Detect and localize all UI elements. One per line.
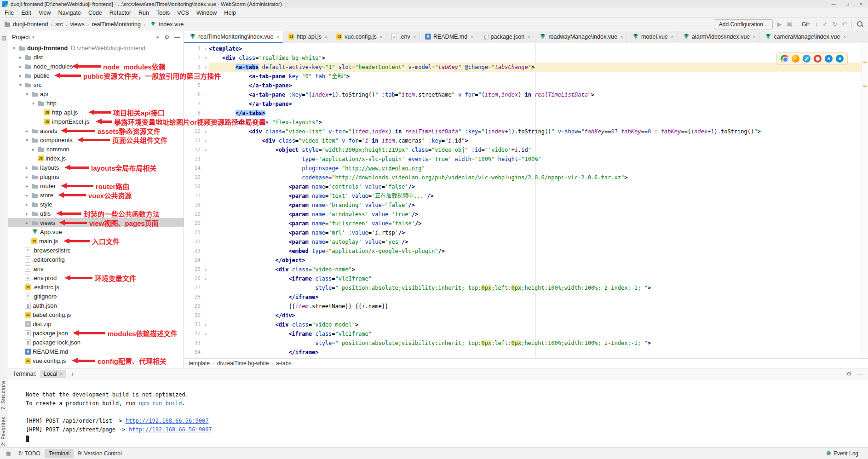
minimize-button[interactable]: —	[827, 0, 840, 8]
expand-icon[interactable]: ▸	[24, 128, 30, 133]
tree-item-package-json[interactable]: {}package.json	[8, 328, 184, 338]
expand-icon[interactable]: ▾	[17, 82, 23, 87]
breadcrumb-a-tabs[interactable]: a-tabs	[276, 360, 291, 367]
editor-tab-model-vue[interactable]: model.vue×	[627, 31, 678, 43]
breadcrumb-div-realtime-bg-white[interactable]: div.realTime.bg-white	[217, 360, 269, 367]
editor-tab-cameramanage-index-vue[interactable]: cameraManage\index.vue×	[760, 31, 850, 43]
menu-vcs[interactable]: VCS	[173, 9, 193, 17]
project-tool-icon[interactable]: ▤	[1, 35, 6, 41]
expand-icon[interactable]: ▸	[17, 64, 23, 69]
new-terminal-button[interactable]: +	[71, 370, 75, 378]
editor-tab-http-api-js[interactable]: JShttp-api.js×	[283, 31, 331, 43]
gear-icon[interactable]: ⚙	[846, 371, 851, 377]
expand-icon[interactable]: ▸	[24, 202, 30, 207]
tree-item-index-js[interactable]: JSindex.js	[8, 154, 184, 163]
terminal-link[interactable]: http://192.168.66.56:9007	[129, 426, 212, 433]
tree-item-plugins[interactable]: ▸plugins	[8, 172, 184, 181]
tool-windows-icon[interactable]: ▦	[2, 450, 14, 457]
edge-icon[interactable]: e	[836, 55, 844, 63]
tree-item-app-vue[interactable]: App.vue	[8, 227, 184, 236]
tree-item-importexcel-js[interactable]: JSimportExcel.js	[8, 117, 184, 126]
hide-panel-icon[interactable]: —	[174, 34, 180, 40]
git-revert-icon[interactable]: ↶	[842, 21, 847, 27]
fold-icon[interactable]: ∨	[202, 145, 209, 155]
editor-tab-vue-config-js[interactable]: JSvue.config.js×	[331, 31, 386, 43]
expand-icon[interactable]: ▾	[24, 92, 30, 97]
search-icon[interactable]	[857, 21, 863, 28]
editor-tab-realtimemonitoring-index-vue[interactable]: realTimeMonitoring\index.vue×	[184, 31, 283, 43]
tree-item-http-api-js[interactable]: JShttp-api.js	[8, 108, 184, 117]
expand-icon[interactable]: ▸	[30, 147, 36, 152]
menu-navigate[interactable]: Navigate	[55, 9, 85, 17]
menu-view[interactable]: View	[35, 9, 55, 17]
fold-icon[interactable]: ∨	[202, 320, 209, 329]
editor-tab-readme-md[interactable]: MREADME.md×	[420, 31, 477, 43]
menu-file[interactable]: File	[1, 9, 17, 17]
gear-icon[interactable]: ⚙	[164, 34, 169, 40]
tree-item-layouts[interactable]: ▸layouts	[8, 163, 184, 172]
fold-icon[interactable]: ∨	[202, 136, 209, 145]
fold-icon[interactable]: ∨	[202, 118, 209, 127]
status-item-terminal[interactable]: Terminal	[45, 449, 74, 458]
tool-button-7-structure[interactable]: 7: Structure	[0, 381, 6, 410]
editor-scrollbar[interactable]	[862, 43, 868, 358]
tree-item-duoji-frontend[interactable]: ▾duoji-frontendD:\zheheWeb\duoji-fronten…	[8, 43, 184, 52]
close-icon[interactable]: ×	[414, 34, 416, 39]
tree-item-public[interactable]: ▸public	[8, 71, 184, 80]
tree-item-components[interactable]: ▾components	[8, 135, 184, 144]
close-icon[interactable]: ×	[60, 372, 63, 376]
tree-item-env[interactable]: ≡.env	[8, 264, 184, 273]
menu-tools[interactable]: Tools	[153, 9, 173, 17]
tree-item-src[interactable]: ▾src	[8, 80, 184, 89]
expand-icon[interactable]: ▾	[30, 101, 36, 106]
expand-icon[interactable]: ▾	[24, 138, 30, 143]
expand-icon[interactable]: ▸	[17, 55, 23, 60]
tree-item-utils[interactable]: ▸utils	[8, 209, 184, 218]
locate-file-icon[interactable]: ⌖	[156, 34, 159, 40]
close-icon[interactable]: ×	[325, 34, 327, 39]
close-button[interactable]: ×	[854, 0, 868, 8]
git-update-icon[interactable]: ↓	[815, 21, 818, 27]
status-item-6-todo[interactable]: 6: TODO	[14, 449, 45, 458]
terminal-tab-local[interactable]: Local ×	[40, 370, 66, 378]
hide-panel-icon[interactable]: —	[857, 371, 862, 377]
fold-icon[interactable]: ∨	[202, 274, 209, 283]
tool-button-2-favorites[interactable]: 2: Favorites	[0, 417, 6, 446]
fold-icon[interactable]: ∨	[202, 265, 209, 274]
tree-item-dist[interactable]: ▸dist	[8, 52, 184, 62]
breadcrumb-item-src[interactable]: src	[55, 21, 63, 28]
expand-icon[interactable]: ▾	[11, 46, 17, 51]
tree-item-style[interactable]: ▸style	[8, 200, 184, 209]
menu-refactor[interactable]: Refactor	[106, 9, 135, 17]
tree-item-assets[interactable]: ▸assets	[8, 126, 184, 135]
tree-item-babel-config-js[interactable]: JSbabel.config.js	[8, 310, 184, 319]
tree-item-eslintrc-js[interactable]: JS.eslintrc.js	[8, 282, 184, 292]
expand-icon[interactable]: ▸	[24, 220, 30, 225]
close-icon[interactable]: ×	[753, 34, 755, 39]
ie-icon[interactable]: e	[825, 55, 833, 63]
status-item-event-log[interactable]: Event Log	[822, 449, 862, 458]
tree-item-http[interactable]: ▾http	[8, 98, 184, 108]
run-icon[interactable]: ▶	[777, 21, 782, 27]
breadcrumb-item-views[interactable]: views	[70, 21, 84, 28]
expand-icon[interactable]: ▸	[24, 211, 30, 216]
chrome-icon[interactable]	[781, 55, 788, 63]
breadcrumb-item-index-vue[interactable]: index.vue	[159, 21, 184, 28]
menu-window[interactable]: Window	[193, 9, 220, 17]
tree-item-vue-config-js[interactable]: JSvue.config.js	[8, 356, 184, 365]
add-configuration-button[interactable]: Add Configuration...	[714, 19, 773, 29]
expand-icon[interactable]: ▸	[24, 165, 30, 170]
menu-code[interactable]: Code	[85, 9, 106, 17]
terminal-content[interactable]: Note that the development build is not o…	[8, 379, 868, 447]
close-icon[interactable]: ×	[528, 34, 530, 39]
close-icon[interactable]: ×	[843, 34, 845, 39]
editor-tab-alarmvideos-index-vue[interactable]: alarmVideos\index.vue×	[678, 31, 760, 43]
tree-item-common[interactable]: ▸common	[8, 144, 184, 154]
editor-tab-package-json[interactable]: {}package.json×	[477, 31, 535, 43]
menu-edit[interactable]: Edit	[17, 9, 35, 17]
breadcrumb-template[interactable]: template	[189, 360, 210, 367]
terminal-link[interactable]: http://192.168.66.56:9007	[126, 418, 209, 424]
code-area[interactable]: 1∨<template>2∨ <div class="realTime bg-w…	[184, 43, 868, 358]
tree-item-node-modules[interactable]: ▸node_modules	[8, 62, 184, 71]
tree-item-browserslistrc[interactable]: ≡.browserslistrc	[8, 246, 184, 255]
